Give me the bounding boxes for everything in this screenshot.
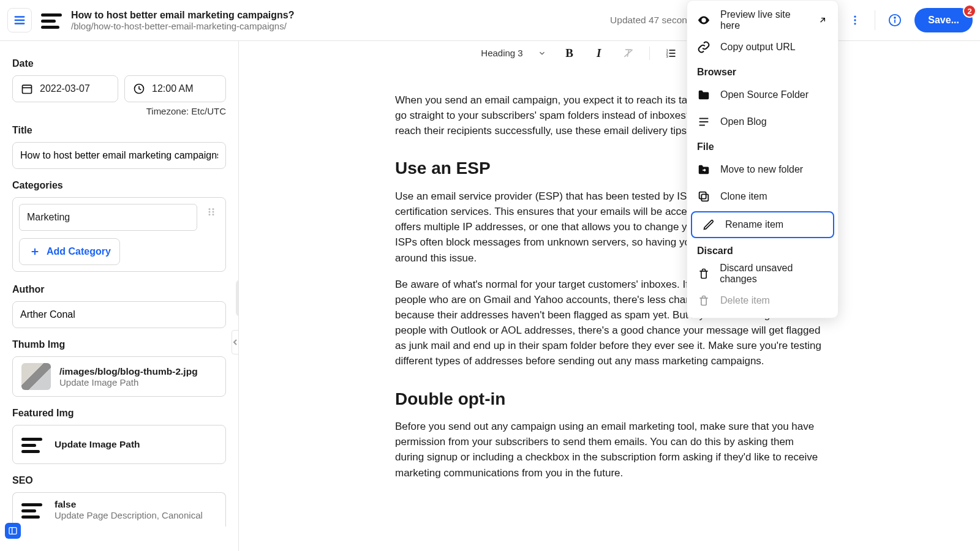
menu-section-discard: Discard bbox=[687, 239, 838, 260]
field-label: Categories bbox=[12, 180, 226, 191]
svg-rect-45 bbox=[9, 528, 17, 534]
svg-rect-32 bbox=[21, 515, 40, 519]
svg-point-23 bbox=[209, 214, 211, 216]
categories-box: Marketing Add Category bbox=[12, 197, 226, 272]
menu-rename[interactable]: Rename item bbox=[691, 211, 834, 238]
svg-point-24 bbox=[213, 214, 214, 216]
sidebar: Date 2022-03-07 12:00 AM Timezone: Etc/U… bbox=[0, 41, 239, 551]
author-input[interactable] bbox=[12, 301, 226, 328]
sidebar-toggle[interactable] bbox=[5, 523, 21, 539]
svg-point-21 bbox=[209, 211, 211, 213]
clear-format-button[interactable] bbox=[620, 45, 637, 62]
external-icon bbox=[817, 13, 828, 27]
featured-image-block[interactable]: Update Image Path bbox=[12, 425, 226, 464]
ordered-list-button[interactable]: 123 bbox=[662, 45, 679, 62]
image-action-label: Update Image Path bbox=[55, 439, 140, 450]
svg-rect-27 bbox=[21, 438, 42, 441]
add-category-button[interactable]: Add Category bbox=[19, 238, 120, 265]
plus-icon bbox=[28, 245, 42, 258]
menu-move[interactable]: Move to new folder bbox=[687, 156, 838, 183]
timezone-label: Timezone: Etc/UTC bbox=[12, 106, 226, 116]
info-button[interactable] bbox=[883, 8, 907, 32]
trash-icon bbox=[697, 267, 710, 280]
logo-icon bbox=[21, 501, 46, 519]
page-slug: /blog/how-to-host-better-email-marketing… bbox=[71, 21, 295, 31]
image-action-label: Update Image Path bbox=[59, 377, 198, 388]
trash-icon bbox=[697, 294, 710, 307]
folder-icon bbox=[697, 88, 710, 102]
menu-copy-url[interactable]: Copy output URL bbox=[687, 34, 838, 61]
editor-content[interactable]: When you send an email campaign, you exp… bbox=[239, 66, 980, 501]
svg-rect-31 bbox=[21, 509, 36, 512]
heading-dropdown[interactable]: Heading 3 bbox=[481, 47, 548, 60]
svg-rect-29 bbox=[21, 450, 40, 453]
field-label: Title bbox=[12, 125, 226, 136]
thumb-image-block[interactable]: /images/blog/blog-thumb-2.jpg Update Ima… bbox=[12, 356, 226, 397]
field-label: Thumb Img bbox=[12, 339, 226, 350]
divider bbox=[649, 47, 650, 60]
svg-point-11 bbox=[854, 19, 856, 21]
main-editor: Heading 3 B I 123 ” When you bbox=[239, 41, 980, 551]
page-title: How to host better email marketing campa… bbox=[71, 10, 295, 21]
seo-sublabel: Update Page Description, Canonical bbox=[55, 510, 203, 520]
title-block: How to host better email marketing campa… bbox=[71, 10, 295, 31]
title-input[interactable] bbox=[12, 142, 226, 169]
notes-icon bbox=[697, 115, 710, 129]
calendar-icon bbox=[20, 82, 34, 96]
menu-section-file: File bbox=[687, 135, 838, 156]
heading[interactable]: Double opt-in bbox=[395, 386, 824, 411]
svg-point-20 bbox=[213, 208, 214, 210]
menu-clone[interactable]: Clone item bbox=[687, 183, 838, 210]
svg-rect-30 bbox=[21, 503, 42, 506]
folder-move-icon bbox=[697, 163, 710, 176]
eye-icon bbox=[697, 13, 710, 27]
svg-point-47 bbox=[703, 19, 705, 21]
save-badge-count: 2 bbox=[963, 4, 976, 18]
paragraph[interactable]: Before you send out any campaign using a… bbox=[395, 419, 824, 481]
menu-button[interactable] bbox=[7, 8, 32, 32]
svg-text:3: 3 bbox=[666, 54, 668, 58]
svg-rect-51 bbox=[701, 194, 708, 201]
menu-preview[interactable]: Preview live site here bbox=[687, 7, 838, 34]
clock-icon bbox=[132, 82, 146, 96]
logo-icon bbox=[39, 8, 64, 32]
seo-block[interactable]: false Update Page Description, Canonical bbox=[12, 492, 226, 527]
svg-point-22 bbox=[213, 211, 214, 213]
logo-icon bbox=[21, 435, 46, 454]
svg-rect-3 bbox=[41, 13, 62, 17]
menu-open-blog[interactable]: Open Blog bbox=[687, 108, 838, 135]
svg-point-12 bbox=[854, 23, 856, 24]
save-button[interactable]: Save... 2 bbox=[914, 8, 973, 32]
context-menu: Preview live site here Copy output URL B… bbox=[687, 0, 839, 318]
svg-point-19 bbox=[209, 208, 211, 210]
seo-value: false bbox=[55, 499, 203, 510]
menu-section-browser: Browser bbox=[687, 61, 838, 81]
field-label: Author bbox=[12, 284, 226, 295]
menu-open-source[interactable]: Open Source Folder bbox=[687, 81, 838, 108]
collapse-sidebar[interactable] bbox=[232, 330, 239, 354]
menu-discard-changes[interactable]: Discard unsaved changes bbox=[687, 260, 838, 287]
svg-point-10 bbox=[854, 16, 856, 18]
field-label: SEO bbox=[12, 475, 226, 486]
svg-point-15 bbox=[894, 17, 895, 18]
more-menu-button[interactable] bbox=[843, 8, 867, 32]
link-icon bbox=[697, 40, 710, 54]
chevron-down-icon bbox=[535, 47, 549, 60]
image-path: /images/blog/blog-thumb-2.jpg bbox=[59, 366, 198, 377]
italic-button[interactable]: I bbox=[590, 45, 608, 62]
divider bbox=[875, 10, 875, 30]
category-chip[interactable]: Marketing bbox=[19, 204, 197, 231]
svg-rect-4 bbox=[41, 20, 56, 23]
field-label: Date bbox=[12, 58, 226, 69]
drag-handle-icon[interactable] bbox=[203, 204, 219, 220]
pencil-icon bbox=[702, 218, 715, 231]
field-label: Featured Img bbox=[12, 408, 226, 419]
bold-button[interactable]: B bbox=[561, 45, 578, 62]
editor-toolbar: Heading 3 B I 123 ” bbox=[239, 41, 980, 66]
date-input[interactable]: 2022-03-07 bbox=[12, 75, 118, 102]
svg-rect-5 bbox=[41, 26, 59, 29]
svg-rect-16 bbox=[23, 85, 32, 93]
image-preview bbox=[21, 363, 51, 390]
svg-rect-52 bbox=[699, 192, 706, 199]
time-input[interactable]: 12:00 AM bbox=[124, 75, 226, 102]
